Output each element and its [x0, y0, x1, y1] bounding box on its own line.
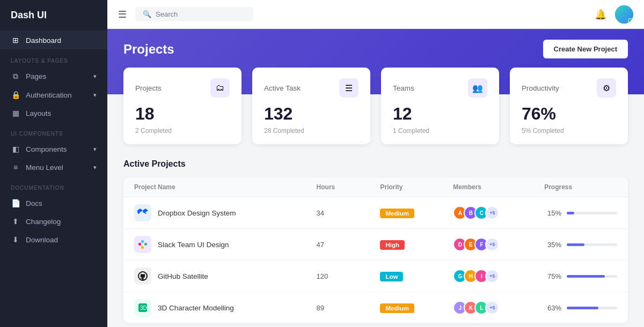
project-logo	[134, 236, 151, 253]
project-name: Slack Team UI Design	[158, 241, 229, 249]
menu-icon: ≡	[11, 163, 20, 172]
project-name: GitHub Satellite	[158, 272, 208, 280]
task-icon: ☰	[339, 78, 358, 98]
online-indicator	[628, 18, 633, 23]
col-members: Members	[453, 183, 544, 191]
search-bar: 🔍	[135, 7, 253, 21]
chevron-down-icon: ▾	[93, 73, 97, 80]
svg-rect-5	[138, 243, 141, 246]
section-label-layouts: LAYOUTS & PAGES	[0, 49, 107, 67]
hamburger-icon[interactable]: ☰	[118, 9, 127, 20]
slack-icon	[137, 239, 148, 250]
app-logo: Dash UI	[0, 0, 107, 31]
stat-title: Teams	[393, 84, 414, 92]
chevron-down-icon: ▾	[93, 164, 97, 171]
progress-percent: 35%	[544, 241, 561, 249]
sidebar-item-dashboard[interactable]: ⊞ Dashboard	[0, 31, 107, 49]
hours-cell: 89	[317, 304, 380, 312]
sidebar-item-label: Authentication	[26, 91, 72, 99]
create-project-button[interactable]: Create New Project	[543, 40, 628, 58]
section-label-ui: UI COMPONENTS	[0, 122, 107, 140]
priority-cell: Medium	[380, 208, 453, 218]
sidebar-item-changelog[interactable]: ⬆ Changelog	[0, 212, 107, 231]
members-cell: D E F +5	[453, 237, 544, 251]
stat-title: Projects	[135, 84, 162, 92]
table-row: 3D 3D Character Modelling 89 Medium J K …	[123, 292, 628, 323]
sidebar-item-authentication[interactable]: 🔒 Authentication ▾	[0, 86, 107, 104]
stat-card-active-task: Active Task ☰ 132 28 Completed	[252, 68, 370, 144]
col-progress: Progress	[544, 183, 617, 191]
members-cell: G H I +5	[453, 269, 544, 283]
sidebar-item-label: Docs	[26, 199, 42, 207]
priority-badge: Medium	[380, 209, 414, 218]
members-cell: A B C +5	[453, 206, 544, 220]
stat-card-header: Active Task ☰	[264, 78, 358, 98]
stat-card-productivity: Productivity ⚙ 76% 5% Completed	[510, 68, 628, 144]
sidebar-item-label: Dashboard	[26, 36, 61, 44]
main-area: ☰ 🔍 🔔 Projects Create New Project Projec…	[107, 0, 644, 327]
pages-icon: ⧉	[11, 72, 20, 81]
progress-bar-fill	[567, 275, 604, 278]
priority-cell: High	[380, 240, 453, 250]
col-priority: Priority	[380, 183, 453, 191]
sidebar-item-label: Components	[26, 145, 67, 153]
search-icon: 🔍	[143, 10, 151, 18]
sidebar-item-layouts[interactable]: ▦ Layouts	[0, 104, 107, 122]
progress-cell: 75%	[544, 272, 617, 280]
progress-bar-bg	[567, 275, 617, 278]
member-more: +5	[485, 206, 499, 220]
svg-rect-6	[141, 240, 144, 243]
table-header: Project Name Hours Priority Members Prog…	[123, 177, 628, 197]
sidebar: Dash UI ⊞ Dashboard LAYOUTS & PAGES ⧉ Pa…	[0, 0, 107, 327]
members-cell: J K L +5	[453, 301, 544, 315]
priority-badge: High	[380, 240, 405, 250]
sidebar-item-label: Pages	[26, 72, 46, 80]
sidebar-nav: ⊞ Dashboard LAYOUTS & PAGES ⧉ Pages ▾ 🔒 …	[0, 31, 107, 249]
svg-text:3D: 3D	[140, 305, 147, 311]
search-input[interactable]	[156, 10, 241, 18]
col-hours: Hours	[317, 183, 380, 191]
3d-icon: 3D	[137, 302, 148, 313]
components-icon: ◧	[11, 145, 20, 153]
chevron-down-icon: ▾	[93, 92, 97, 99]
priority-badge: Medium	[380, 303, 414, 313]
sidebar-item-download[interactable]: ⬇ Download	[0, 231, 107, 249]
stat-title: Productivity	[522, 84, 559, 92]
member-more: +5	[485, 301, 499, 315]
sidebar-item-menu-level[interactable]: ≡ Menu Level ▾	[0, 158, 107, 176]
member-more: +5	[485, 237, 499, 251]
projects-table: Project Name Hours Priority Members Prog…	[123, 177, 628, 323]
stat-value: 12	[393, 104, 487, 124]
stat-value: 18	[135, 104, 230, 124]
project-name: Dropbox Design System	[158, 209, 236, 217]
teams-icon: 👥	[468, 78, 487, 98]
stat-card-header: Productivity ⚙	[522, 78, 616, 98]
priority-cell: Low	[380, 271, 453, 281]
sidebar-item-pages[interactable]: ⧉ Pages ▾	[0, 67, 107, 86]
github-icon	[137, 271, 148, 281]
header-right: 🔔	[595, 5, 633, 24]
stat-card-teams: Teams 👥 12 1 Completed	[381, 68, 499, 144]
sidebar-item-label: Download	[26, 236, 58, 244]
content-area: Projects Create New Project Projects 🗂 1…	[107, 29, 644, 327]
svg-rect-8	[141, 246, 144, 249]
stat-value: 132	[264, 104, 358, 124]
sidebar-item-components[interactable]: ◧ Components ▾	[0, 140, 107, 158]
dropbox-icon	[137, 207, 148, 218]
avatar[interactable]	[615, 5, 633, 24]
active-projects-section: Active Projects Project Name Hours Prior…	[107, 144, 644, 327]
project-logo	[134, 204, 151, 221]
hours-cell: 34	[317, 209, 380, 217]
progress-bar-fill	[567, 307, 598, 309]
table-row: GitHub Satellite 120 Low G H I +5 75%	[123, 261, 628, 292]
stat-title: Active Task	[264, 84, 301, 92]
layouts-icon: ▦	[11, 109, 20, 117]
sidebar-item-docs[interactable]: 📄 Docs	[0, 194, 107, 212]
sidebar-item-label: Menu Level	[26, 164, 63, 172]
dashboard-icon: ⊞	[11, 36, 20, 44]
bell-icon[interactable]: 🔔	[595, 9, 606, 20]
header: ☰ 🔍 🔔	[107, 0, 644, 29]
progress-percent: 75%	[544, 272, 561, 280]
sidebar-item-label: Changelog	[26, 218, 61, 226]
progress-bar-bg	[567, 243, 617, 246]
